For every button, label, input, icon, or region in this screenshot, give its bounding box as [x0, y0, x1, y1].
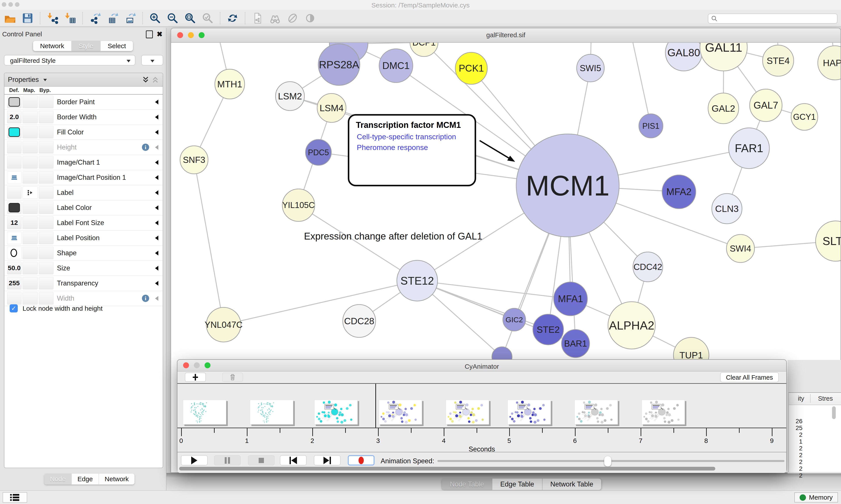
byp-cell[interactable]: [39, 171, 53, 184]
style-tab-network[interactable]: Network: [99, 473, 135, 485]
property-row-image-chart-1[interactable]: Image/Chart 1: [4, 155, 163, 170]
byp-cell[interactable]: [39, 126, 53, 138]
property-row-border-width[interactable]: 2.0Border Width: [4, 110, 163, 125]
import-table-icon[interactable]: [64, 12, 76, 24]
byp-cell[interactable]: [39, 247, 53, 259]
def-cell[interactable]: [7, 292, 21, 305]
play-button[interactable]: [181, 455, 208, 466]
property-row-shape[interactable]: Shape: [4, 246, 163, 261]
close-panel-icon[interactable]: ✖: [157, 30, 162, 38]
table-cell[interactable]: 2: [799, 465, 803, 472]
map-cell[interactable]: [22, 201, 38, 214]
expand-row-icon[interactable]: [155, 205, 158, 210]
byp-cell[interactable]: [39, 96, 53, 108]
table-cell[interactable]: 26: [796, 418, 803, 425]
network-window-titlebar[interactable]: galFiltered.sif: [171, 28, 841, 43]
def-cell[interactable]: [7, 247, 21, 259]
frame-thumbnail-5[interactable]: [446, 399, 489, 425]
expand-row-icon[interactable]: [155, 190, 158, 195]
column-header-ity[interactable]: ity: [798, 395, 804, 402]
binoculars-icon[interactable]: [269, 12, 281, 24]
expand-row-icon[interactable]: [155, 115, 158, 120]
property-row-size[interactable]: 50.0Size: [4, 261, 163, 276]
zoom-in-icon[interactable]: [149, 12, 161, 24]
zoom-selected-icon[interactable]: [202, 12, 214, 24]
def-cell[interactable]: [7, 156, 21, 168]
def-cell[interactable]: 12: [7, 217, 21, 229]
expand-row-icon[interactable]: [155, 175, 158, 180]
map-cell[interactable]: [22, 217, 38, 229]
property-row-transparency[interactable]: 255Transparency: [4, 276, 163, 291]
expand-row-icon[interactable]: [155, 100, 158, 105]
property-row-image-chart-position-1[interactable]: Image/Chart Position 1: [4, 170, 163, 185]
byp-cell[interactable]: [39, 186, 53, 199]
byp-cell[interactable]: [39, 262, 53, 274]
def-cell[interactable]: [7, 171, 21, 184]
expand-row-icon[interactable]: [155, 145, 158, 150]
info-icon[interactable]: i: [142, 295, 149, 302]
byp-cell[interactable]: [39, 292, 53, 305]
map-cell[interactable]: [22, 247, 38, 259]
column-divider[interactable]: [810, 394, 810, 403]
expand-row-icon[interactable]: [155, 236, 158, 240]
property-row-fill-color[interactable]: Fill Color: [4, 125, 163, 140]
map-cell[interactable]: [22, 277, 38, 289]
clear-all-frames-button[interactable]: Clear All Frames: [720, 372, 779, 382]
annotation-link[interactable]: Pheromone response: [357, 143, 475, 152]
expand-row-icon[interactable]: [155, 266, 158, 271]
speed-slider-thumb[interactable]: [604, 456, 611, 467]
info-icon[interactable]: i: [142, 144, 149, 151]
column-header-stress[interactable]: Stres: [818, 395, 833, 402]
collapse-all-icon[interactable]: [151, 76, 159, 84]
frame-thumbnail-7[interactable]: [574, 399, 618, 425]
byp-cell[interactable]: [39, 232, 53, 244]
property-row-height[interactable]: Heighti: [4, 140, 163, 155]
frame-thumbnail-3[interactable]: [314, 399, 358, 425]
map-cell[interactable]: [22, 232, 38, 244]
property-row-label-color[interactable]: Label Color: [4, 200, 163, 215]
export-table-icon[interactable]: [107, 12, 119, 24]
refresh-layout-icon[interactable]: [227, 12, 238, 24]
def-cell[interactable]: [7, 96, 21, 108]
network-edge[interactable]: [223, 281, 417, 325]
expand-row-icon[interactable]: [155, 296, 158, 301]
def-cell[interactable]: [7, 126, 21, 138]
network-edge[interactable]: [194, 160, 223, 325]
property-row-width[interactable]: Widthi: [4, 291, 163, 306]
stop-button[interactable]: [248, 455, 275, 466]
byp-cell[interactable]: [39, 277, 53, 289]
import-network-icon[interactable]: [47, 12, 58, 24]
expand-row-icon[interactable]: [155, 220, 158, 225]
float-window-icon[interactable]: [146, 31, 153, 38]
expand-row-icon[interactable]: [155, 130, 158, 134]
network-edge[interactable]: [299, 205, 417, 281]
pause-button[interactable]: [214, 455, 241, 466]
record-button[interactable]: [348, 455, 375, 466]
map-cell[interactable]: [22, 292, 38, 305]
table-cell[interactable]: 25: [796, 425, 803, 432]
cyanimator-titlebar[interactable]: CyAnimator: [177, 360, 786, 372]
byp-cell[interactable]: [39, 201, 53, 214]
tab-node-table[interactable]: Node Table: [442, 479, 492, 490]
frame-thumbnail-4[interactable]: [379, 399, 422, 425]
go-to-start-button[interactable]: [280, 455, 307, 466]
search-input[interactable]: [718, 15, 835, 22]
byp-cell[interactable]: [39, 217, 53, 229]
def-cell[interactable]: 255: [7, 277, 21, 289]
byp-cell[interactable]: [39, 141, 53, 154]
table-header-row[interactable]: ity Stres: [789, 393, 841, 405]
table-cell[interactable]: 2: [799, 445, 803, 452]
timeline-scrollbar[interactable]: [179, 467, 715, 470]
timeline-ruler[interactable]: Seconds 0123456789: [177, 428, 786, 452]
def-cell[interactable]: [7, 186, 21, 199]
property-row-label[interactable]: Label: [4, 185, 163, 200]
speed-slider[interactable]: [437, 460, 785, 462]
style-tab-node[interactable]: Node: [44, 473, 71, 485]
export-network-icon[interactable]: [89, 12, 101, 24]
frame-thumbnail-6[interactable]: [507, 399, 551, 425]
expand-row-icon[interactable]: [155, 281, 158, 286]
table-cell[interactable]: 2: [799, 431, 803, 438]
expand-row-icon[interactable]: [155, 160, 158, 165]
save-session-icon[interactable]: [22, 12, 34, 24]
annotation-link[interactable]: Cell-type-specific transcription: [357, 132, 475, 141]
